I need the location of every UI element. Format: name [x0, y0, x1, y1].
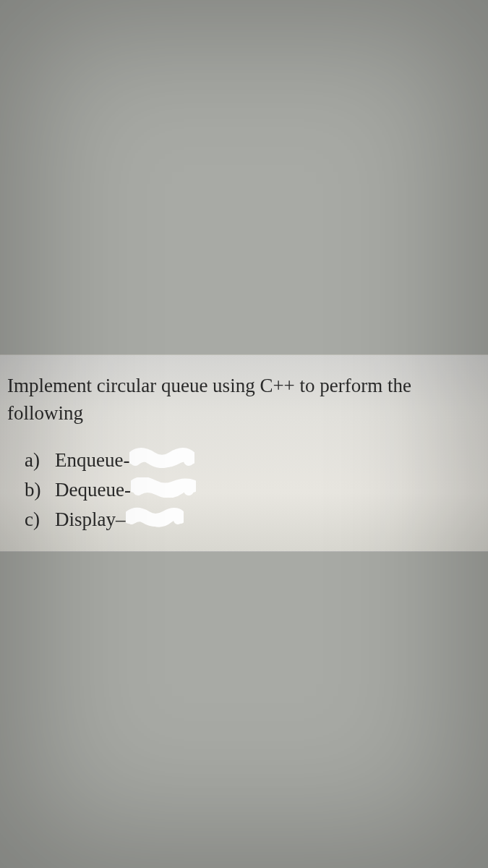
redaction-mark-icon	[126, 507, 184, 532]
list-item: a) Enqueue-	[25, 448, 481, 473]
list-item: b) Dequeue-	[25, 477, 481, 503]
list-item-label: Enqueue-	[55, 449, 129, 472]
question-prompt: Implement circular queue using C++ to pe…	[7, 373, 481, 427]
redaction-mark-icon	[131, 477, 196, 503]
list-marker: b)	[25, 479, 45, 501]
redaction-mark-icon	[129, 448, 194, 473]
list-marker: c)	[25, 509, 45, 531]
list-item-label: Display	[55, 509, 126, 531]
list-marker: a)	[25, 449, 45, 472]
list-item: c) Display	[25, 507, 481, 532]
question-panel: Implement circular queue using C++ to pe…	[0, 354, 488, 552]
question-list: a) Enqueue- b) Dequeue- c) Display	[7, 448, 481, 532]
list-item-label: Dequeue-	[55, 479, 131, 501]
